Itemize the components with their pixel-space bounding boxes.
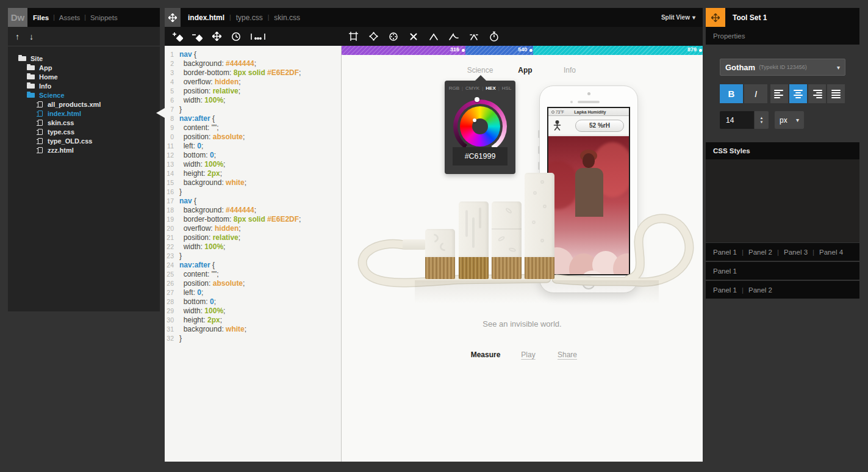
tab-separator: | (742, 286, 744, 294)
tree-item-all_products.xml[interactable]: all_products.xml (8, 100, 160, 109)
css-styles-section-header[interactable]: CSS Styles (706, 142, 859, 159)
code-token: ; (254, 206, 256, 214)
hue-knob[interactable] (473, 118, 476, 122)
code-text: nav { (179, 50, 196, 59)
humidity-value: 52 %rH (589, 122, 610, 129)
font-size-stepper[interactable]: ▲ ▼ (755, 111, 769, 129)
tools-drag-handle[interactable] (706, 8, 725, 27)
code-text: nav:after { (179, 114, 215, 123)
hex-value[interactable]: #C61999 (453, 147, 508, 165)
tree-item-site[interactable]: Site (8, 54, 160, 63)
preview-nav-app[interactable]: App (518, 66, 532, 74)
code-token: #E6E2DF (267, 68, 299, 77)
color-mode-tab-hex[interactable]: HEX (486, 85, 495, 91)
transform-frame-icon[interactable] (348, 31, 359, 42)
remove-keyframe-icon[interactable] (192, 31, 203, 42)
code-text: background: #444444; (179, 206, 256, 215)
tab-separator: | (53, 14, 55, 21)
justify-button[interactable] (827, 84, 845, 103)
tree-item-index.html[interactable]: index.html (8, 109, 160, 118)
page-link-share[interactable]: Share (558, 350, 577, 359)
tree-item-info[interactable]: Info (8, 81, 160, 90)
line-number: 1 (165, 50, 179, 59)
font-family-dropdown[interactable]: Gotham (Typekit ID 123456) ▾ (720, 59, 845, 76)
bold-button[interactable]: B (720, 84, 743, 103)
stopwatch-icon[interactable] (489, 31, 500, 42)
delete-anchor-icon[interactable] (408, 31, 419, 42)
page-link-measure[interactable]: Measure (471, 350, 501, 359)
align-left-button[interactable] (770, 84, 788, 103)
panel-bar-1: Panel 1|Panel 2|Panel 3|Panel 4 (706, 243, 859, 261)
code-token: ; (243, 133, 245, 141)
preview-nav-info[interactable]: Info (564, 66, 576, 74)
editor-tab-index.html[interactable]: index.html (188, 13, 224, 22)
code-token: content: ""; (179, 123, 219, 132)
anchor-diamond-icon[interactable] (368, 31, 379, 42)
panel-tab-panel-1[interactable]: Panel 1 (713, 249, 737, 256)
tree-item-science[interactable]: Science (8, 90, 160, 100)
folder-icon (27, 65, 35, 70)
page-link-play[interactable]: Play (521, 350, 535, 359)
tree-item-skin.css[interactable]: skin.css (8, 118, 160, 127)
tab-separator: | (777, 249, 779, 256)
spacing-icon[interactable] (250, 31, 266, 42)
panel-tab-panel-3[interactable]: Panel 3 (784, 249, 808, 256)
code-token: position: (179, 233, 213, 242)
bezier-curve-icon[interactable] (448, 31, 459, 42)
ruler-segment-540: 540 (465, 46, 533, 55)
split-view-dropdown[interactable]: Split View ▾ (661, 14, 695, 21)
tree-item-type_old.css[interactable]: type_OLD.css (8, 136, 160, 145)
line-number: 13 (165, 160, 179, 169)
line-number: 4 (165, 78, 179, 87)
put-file-arrow-icon[interactable]: ↓ (29, 32, 34, 42)
preview-nav-science[interactable]: Science (467, 66, 493, 74)
code-editor[interactable]: 1nav {2 background: #444444;3 border-bot… (165, 46, 342, 462)
align-center-button[interactable] (789, 84, 807, 103)
panel-tab-panel-2[interactable]: Panel 2 (748, 249, 772, 256)
clock-icon[interactable] (231, 31, 242, 42)
target-anchor-icon[interactable] (388, 31, 399, 42)
code-line: 6 width: 100%; (165, 96, 341, 105)
panel-tab-panel-1[interactable]: Panel 1 (713, 267, 737, 275)
color-mode-tab-cmyk[interactable]: CMYK (465, 85, 479, 91)
tree-item-home[interactable]: Home (8, 72, 160, 81)
get-file-arrow-icon[interactable]: ↑ (15, 32, 20, 42)
editor-drag-handle[interactable] (165, 8, 181, 27)
files-tab-assets[interactable]: Assets (59, 14, 81, 21)
editor-tab-type.css[interactable]: type.css (236, 13, 263, 22)
move-tool-icon[interactable] (211, 31, 222, 42)
ring-knob[interactable] (475, 97, 479, 102)
line-number: 11 (165, 142, 179, 151)
panel-tab-panel-2[interactable]: Panel 2 (748, 286, 772, 294)
volume-button (538, 146, 540, 154)
ruler-breakpoint-handle[interactable] (699, 49, 702, 52)
font-size-input[interactable]: 14 (720, 111, 754, 129)
code-line: 4 overflow: hidden; (165, 78, 341, 87)
align-right-button[interactable] (808, 84, 826, 103)
bezier-corner-icon[interactable] (468, 31, 479, 42)
italic-button[interactable]: I (744, 84, 767, 103)
tree-item-type.css[interactable]: type.css (8, 127, 160, 136)
tree-item-zzz.html[interactable]: zzz.html (8, 145, 160, 154)
code-token: } (179, 334, 182, 343)
code-token: { (210, 114, 215, 123)
code-line: 8nav:after { (165, 114, 341, 123)
files-tab-snippets[interactable]: Snippets (90, 14, 118, 21)
corner-point-icon[interactable] (428, 31, 439, 42)
panel-tab-panel-1[interactable]: Panel 1 (713, 286, 737, 294)
code-token: ; (239, 78, 240, 86)
line-number: 0 (165, 133, 179, 142)
add-keyframe-icon[interactable] (172, 31, 183, 42)
code-token: 2px (207, 316, 220, 324)
editor-tab-skin.css[interactable]: skin.css (274, 13, 300, 22)
hue-wheel[interactable] (460, 106, 500, 147)
panel-tab-panel-4[interactable]: Panel 4 (819, 249, 843, 256)
files-tab-files[interactable]: Files (33, 14, 49, 21)
color-mode-tab-rgb[interactable]: RGB (449, 85, 459, 91)
unit-dropdown[interactable]: px ▾ (775, 111, 804, 129)
code-token: ; (223, 96, 225, 104)
color-mode-tab-hsl[interactable]: HSL (502, 85, 512, 91)
line-number: 16 (165, 187, 179, 197)
properties-section-header[interactable]: Properties (706, 27, 859, 45)
tree-item-app[interactable]: App (8, 63, 160, 72)
